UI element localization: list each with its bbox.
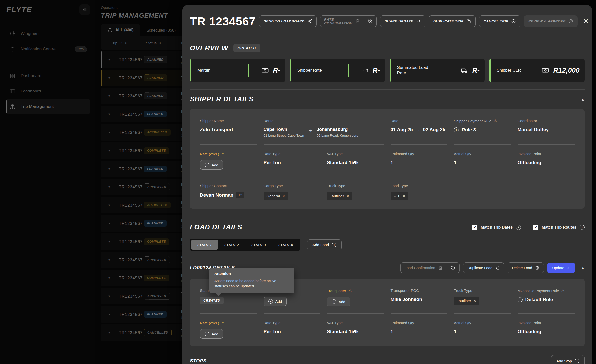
- add-rate-button[interactable]: +Add: [200, 329, 223, 339]
- field-load-actual-qty: Actual Qty 1: [454, 321, 511, 339]
- tooltip-body: Assets need to be added before active st…: [214, 278, 289, 289]
- modal-header: TR 1234567 SEND TO LOADBOARD RATE CONFIR…: [190, 5, 585, 38]
- field-truck-type: Truck Type Tautliner✕: [327, 184, 384, 201]
- paper-plane-icon: [307, 19, 312, 24]
- collapse-load-icon[interactable]: ▲: [581, 266, 585, 270]
- field-transporter: Transporter⚠ +Add: [327, 288, 384, 314]
- load-tabs: LOAD 1 LOAD 2 LOAD 3 LOAD 4: [190, 239, 300, 251]
- truck-type-chip: Tautliner✕: [327, 192, 352, 200]
- route-from-city: Cape Town: [264, 127, 304, 132]
- load-details-section: LOAD DETAILS ✓ Match Trip Dates i ✓ Matc…: [190, 223, 585, 364]
- load-confirmation-group: Load Confirmation: [400, 262, 460, 273]
- info-icon[interactable]: i: [454, 127, 459, 132]
- send-to-loadboard-button[interactable]: SEND TO LOADBOARD: [259, 15, 317, 27]
- margin-card: Margin R-: [190, 59, 285, 82]
- more-contacts-chip[interactable]: +2: [236, 192, 244, 198]
- field-coordinator: Coordinator Marcel Duffey: [518, 119, 575, 145]
- update-button[interactable]: Update ✓: [547, 263, 575, 273]
- add-load-button[interactable]: Add Load +: [307, 239, 342, 250]
- field-shipper-payment-rule: Shipper Payment Rule⚠ i Rule 3: [454, 119, 511, 145]
- add-transporter-button[interactable]: +Add: [327, 297, 350, 306]
- tab-load-3[interactable]: LOAD 3: [245, 240, 272, 250]
- route-to-city: Johannesburg: [317, 127, 358, 132]
- info-icon[interactable]: i: [516, 225, 521, 230]
- tooltip-title: Attention: [214, 272, 289, 276]
- trip-title: TR 1234567: [190, 15, 256, 28]
- delete-load-button[interactable]: Delete Load: [508, 262, 544, 273]
- check-circle-icon: [568, 19, 573, 24]
- share-update-button[interactable]: SHARE UPDATE: [380, 15, 425, 27]
- tab-load-1[interactable]: LOAD 1: [191, 240, 218, 250]
- document-icon: [355, 19, 360, 24]
- truck-icon: [461, 67, 468, 74]
- rate-confirmation-button[interactable]: RATE CONFIRMATION: [320, 16, 364, 27]
- checkbox-checked-icon[interactable]: ✓: [533, 225, 538, 230]
- remove-chip-icon[interactable]: ✕: [403, 194, 405, 198]
- field-cargo-type: Cargo Type General✕: [264, 184, 321, 201]
- load-details-heading: LOAD DETAILS: [190, 223, 242, 231]
- date-from: 01 Aug 25: [391, 127, 413, 132]
- rate-confirmation-history-button[interactable]: [364, 16, 376, 27]
- summated-load-rate-card: Summated Load Rate R-: [390, 59, 485, 82]
- tab-load-4[interactable]: LOAD 4: [272, 240, 299, 250]
- x-circle-icon: [511, 19, 516, 24]
- overview-section: OVERVIEW CREATED Margin R- Shipper Rate …: [190, 38, 585, 90]
- plus-circle-icon: +: [268, 299, 273, 304]
- load-confirmation-button[interactable]: Load Confirmation: [401, 263, 447, 273]
- remove-chip-icon[interactable]: ✕: [347, 194, 349, 198]
- banknote-icon: [261, 67, 269, 74]
- cancel-trip-button[interactable]: CANCEL TRIP: [479, 15, 520, 27]
- remove-chip-icon[interactable]: ✕: [282, 194, 285, 198]
- load-details-card: Attention Assets need to be added before…: [190, 279, 585, 346]
- field-shipper-name: Shipper Name Zulu Transport: [200, 119, 257, 145]
- info-icon[interactable]: i: [580, 225, 585, 230]
- field-route: Route Cape Town 01 Long Street, Cape Tow…: [264, 119, 384, 145]
- field-date: Date 01 Aug 25 → 02 Aug 25: [391, 119, 448, 145]
- overview-heading: OVERVIEW: [190, 44, 228, 52]
- review-approve-button[interactable]: REVIEW & APPROVE: [524, 15, 578, 27]
- duplicate-load-button[interactable]: Duplicate Load: [463, 262, 504, 273]
- plus-circle-icon: +: [575, 359, 579, 363]
- plus-circle-icon: +: [205, 332, 209, 336]
- truck-type-chip: Tautliner✕: [454, 297, 479, 305]
- load-confirmation-history-button[interactable]: [447, 263, 459, 273]
- shipper-rate-card: Shipper Rate R-: [290, 59, 385, 82]
- date-to: 02 Aug 25: [423, 127, 445, 132]
- add-stop-button[interactable]: Add Stop +: [551, 355, 585, 364]
- close-icon[interactable]: ✕: [583, 17, 589, 25]
- add-eta-button[interactable]: +Add: [264, 297, 287, 306]
- route-arrow-icon: ➜: [309, 128, 312, 133]
- shipper-clr-card: Shipper CLR R12,000: [489, 59, 585, 82]
- duplicate-trip-button[interactable]: DUPLICATE TRIP: [429, 15, 476, 27]
- field-load-vat-type: VAT Type Standard 15%: [327, 321, 384, 339]
- warning-icon: ⚠: [221, 321, 225, 325]
- info-icon[interactable]: i: [518, 297, 523, 302]
- trip-detail-modal: TR 1234567 SEND TO LOADBOARD RATE CONFIR…: [182, 5, 592, 364]
- add-rate-button[interactable]: +Add: [200, 160, 223, 170]
- history-icon: [368, 19, 373, 24]
- arrow-right-icon: →: [416, 127, 420, 132]
- tab-load-2[interactable]: LOAD 2: [218, 240, 245, 250]
- stops-heading: STOPS: [190, 358, 207, 364]
- share-arrow-icon: [416, 19, 421, 24]
- container-icon: [361, 67, 369, 74]
- field-load-rate: Rate (excl.)⚠ +Add: [200, 321, 257, 339]
- checkbox-checked-icon[interactable]: ✓: [472, 225, 477, 230]
- check-icon: ✓: [567, 266, 570, 270]
- plus-circle-icon: +: [332, 243, 336, 247]
- field-vat-type: VAT Type Standard 15%: [327, 152, 384, 177]
- field-mzansigo-payment-rule: MzansiGo Payment Rule⚠ i Default Rule: [518, 288, 575, 314]
- field-load-estimated-qty: Estimated Qty 1: [391, 321, 448, 339]
- trash-icon: [535, 265, 540, 270]
- stops-section: STOPS Add Stop + Location Type Date ETA …: [190, 355, 585, 364]
- rate-confirmation-group: RATE CONFIRMATION: [320, 15, 377, 27]
- remove-chip-icon[interactable]: ✕: [474, 299, 476, 303]
- field-invoiced-point: Invoiced Point Offloading: [518, 152, 575, 177]
- banknote-icon: [542, 67, 549, 74]
- collapse-section-icon[interactable]: ▲: [581, 97, 585, 101]
- copy-icon: [495, 265, 500, 270]
- field-estimated-qty: Estimated Qty 1: [391, 152, 448, 177]
- field-load-type: Load Type FTL✕: [391, 184, 448, 201]
- attention-tooltip: Attention Assets need to be added before…: [209, 268, 294, 293]
- warning-icon: ⚠: [561, 288, 564, 293]
